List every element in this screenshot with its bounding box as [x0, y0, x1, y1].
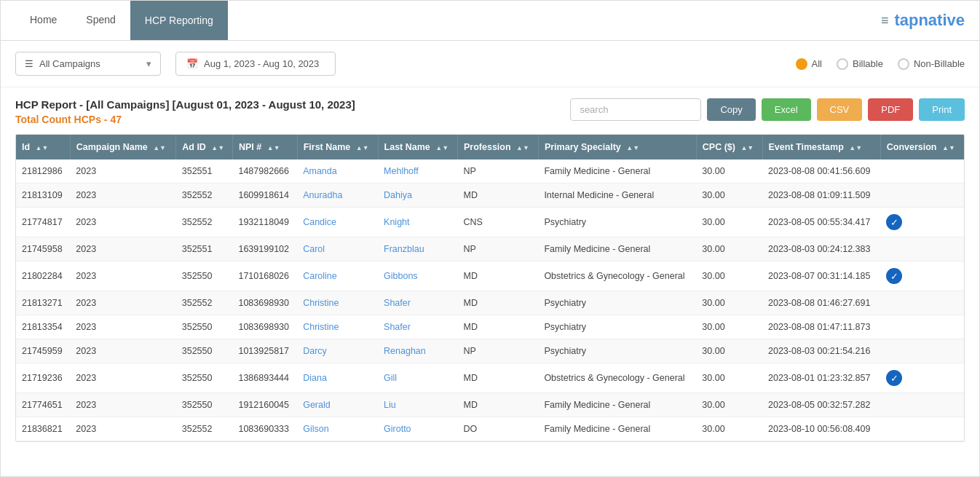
sort-npi-icon: ▲▼: [267, 145, 280, 151]
cell-conversion: [880, 291, 964, 315]
cell-last-name[interactable]: Girotto: [378, 417, 457, 441]
cell-id: 21812986: [16, 159, 70, 184]
cell-profession: NP: [458, 237, 539, 261]
cell-first-name[interactable]: Anuradha: [297, 184, 378, 208]
cell-first-name[interactable]: Carol: [297, 237, 378, 261]
cell-first-name[interactable]: Darcy: [297, 339, 378, 363]
col-campaign-name[interactable]: Campaign Name ▲▼: [70, 135, 175, 159]
cell-first-name[interactable]: Caroline: [297, 261, 378, 291]
radio-non-billable-label: Non-Billable: [914, 58, 965, 69]
radio-billable[interactable]: Billable: [837, 58, 883, 70]
cell-cpc: 30.00: [696, 261, 762, 291]
cell-ad-id: 352552: [176, 184, 233, 208]
col-first-name[interactable]: First Name ▲▼: [297, 135, 378, 159]
cell-last-name[interactable]: Mehlhoff: [378, 159, 457, 184]
cell-id: 21802284: [16, 261, 70, 291]
cell-id: 21719236: [16, 363, 70, 393]
report-title: HCP Report - [All Campaigns] [August 01,…: [15, 98, 355, 111]
conversion-check-icon: ✓: [886, 268, 902, 284]
tab-hcp-reporting-label: HCP Reporting: [145, 15, 213, 26]
report-info: HCP Report - [All Campaigns] [August 01,…: [15, 98, 355, 125]
logo: ≡ tapnative: [881, 11, 965, 30]
cell-first-name[interactable]: Christine: [297, 291, 378, 315]
col-ad-id[interactable]: Ad ID ▲▼: [176, 135, 233, 159]
report-area: HCP Report - [All Campaigns] [August 01,…: [1, 87, 979, 453]
excel-button[interactable]: Excel: [762, 98, 811, 121]
cell-id: 21836821: [16, 417, 70, 441]
cell-campaign-name: 2023: [70, 261, 175, 291]
cell-npi: 1083690333: [232, 417, 297, 441]
cell-first-name[interactable]: Amanda: [297, 159, 378, 184]
campaign-select[interactable]: ☰ All Campaigns ▾: [15, 52, 161, 76]
cell-npi: 1912160045: [232, 393, 297, 417]
cell-id: 21774817: [16, 208, 70, 237]
cell-cpc: 30.00: [696, 208, 762, 237]
col-primary-specialty[interactable]: Primary Specialty ▲▼: [538, 135, 696, 159]
cell-event-timestamp: 2023-08-03 00:21:54.216: [762, 339, 880, 363]
col-cpc[interactable]: CPC ($) ▲▼: [696, 135, 762, 159]
col-event-timestamp[interactable]: Event Timestamp ▲▼: [762, 135, 880, 159]
cell-profession: CNS: [458, 208, 539, 237]
cell-first-name[interactable]: Diana: [297, 363, 378, 393]
cell-last-name[interactable]: Renaghan: [378, 339, 457, 363]
cell-last-name[interactable]: Dahiya: [378, 184, 457, 208]
logo-text: tapnative: [894, 11, 965, 30]
col-conversion[interactable]: Conversion ▲▼: [880, 135, 964, 159]
cell-first-name[interactable]: Gilson: [297, 417, 378, 441]
table-row: 21813109 2023 352552 1609918614 Anuradha…: [16, 184, 964, 208]
cell-ad-id: 352551: [176, 237, 233, 261]
cell-last-name[interactable]: Shafer: [378, 315, 457, 339]
cell-first-name[interactable]: Christine: [297, 315, 378, 339]
report-count: Total Count HCPs - 47: [15, 114, 355, 125]
table-row: 21719236 2023 352550 1386893444 Diana Gi…: [16, 363, 964, 393]
tab-hcp-reporting[interactable]: HCP Reporting: [130, 1, 228, 40]
cell-npi: 1386893444: [232, 363, 297, 393]
cell-ad-id: 352552: [176, 291, 233, 315]
col-id[interactable]: Id ▲▼: [16, 135, 70, 159]
search-input[interactable]: [570, 98, 701, 121]
cell-npi: 1710168026: [232, 261, 297, 291]
radio-all[interactable]: All: [796, 58, 822, 70]
cell-id: 21745958: [16, 237, 70, 261]
csv-button[interactable]: CSV: [817, 98, 863, 121]
cell-last-name[interactable]: Franzblau: [378, 237, 457, 261]
cell-cpc: 30.00: [696, 363, 762, 393]
cell-id: 21813271: [16, 291, 70, 315]
cell-npi: 1609918614: [232, 184, 297, 208]
copy-button[interactable]: Copy: [707, 98, 755, 121]
cell-last-name[interactable]: Gibbons: [378, 261, 457, 291]
report-header: HCP Report - [All Campaigns] [August 01,…: [15, 98, 965, 125]
cell-npi: 1487982666: [232, 159, 297, 184]
cell-last-name[interactable]: Gill: [378, 363, 457, 393]
radio-non-billable[interactable]: Non-Billable: [898, 58, 965, 70]
cell-last-name[interactable]: Liu: [378, 393, 457, 417]
pdf-button[interactable]: PDF: [868, 98, 913, 121]
hcp-table: Id ▲▼ Campaign Name ▲▼ Ad ID ▲▼ NPI # ▲▼…: [16, 135, 964, 441]
tab-spend[interactable]: Spend: [71, 1, 130, 40]
cell-campaign-name: 2023: [70, 315, 175, 339]
cell-campaign-name: 2023: [70, 184, 175, 208]
cell-profession: NP: [458, 159, 539, 184]
cell-ad-id: 352552: [176, 208, 233, 237]
col-npi[interactable]: NPI # ▲▼: [232, 135, 297, 159]
cell-event-timestamp: 2023-08-08 01:09:11.509: [762, 184, 880, 208]
cell-campaign-name: 2023: [70, 208, 175, 237]
table-row: 21836821 2023 352552 1083690333 Gilson G…: [16, 417, 964, 441]
cell-last-name[interactable]: Knight: [378, 208, 457, 237]
cell-last-name[interactable]: Shafer: [378, 291, 457, 315]
table-header-row: Id ▲▼ Campaign Name ▲▼ Ad ID ▲▼ NPI # ▲▼…: [16, 135, 964, 159]
conversion-check-icon: ✓: [886, 370, 902, 386]
table-row: 21812986 2023 352551 1487982666 Amanda M…: [16, 159, 964, 184]
sort-ad-id-icon: ▲▼: [211, 145, 224, 151]
cell-primary-specialty: Psychiatry: [538, 315, 696, 339]
cell-first-name[interactable]: Gerald: [297, 393, 378, 417]
cell-first-name[interactable]: Candice: [297, 208, 378, 237]
tab-home[interactable]: Home: [15, 1, 71, 40]
col-last-name[interactable]: Last Name ▲▼: [378, 135, 457, 159]
print-button[interactable]: Print: [919, 98, 965, 121]
date-range-picker[interactable]: 📅 Aug 1, 2023 - Aug 10, 2023: [175, 52, 336, 76]
cell-npi: 1083698930: [232, 291, 297, 315]
table-row: 21774651 2023 352550 1912160045 Gerald L…: [16, 393, 964, 417]
col-profession[interactable]: Profession ▲▼: [458, 135, 539, 159]
cell-conversion: [880, 339, 964, 363]
